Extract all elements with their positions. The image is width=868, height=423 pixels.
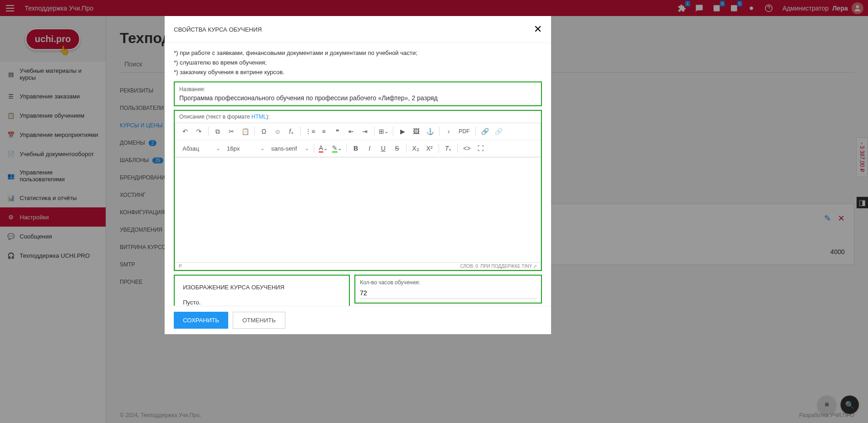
name-label: Название:: [179, 86, 536, 92]
text-color-icon[interactable]: A ⌄: [317, 142, 330, 155]
name-field-box: Название: Программа профессионального об…: [174, 81, 542, 106]
superscript-icon[interactable]: X²: [423, 142, 436, 155]
description-label: Описание (текст в формате HTML):: [175, 111, 541, 123]
bold-icon[interactable]: B: [349, 142, 362, 155]
label-suffix: ):: [266, 114, 269, 120]
two-col: ИЗОБРАЖЕНИЕ КУРСА ОБУЧЕНИЯ Пусто. 📎 ЗАГР…: [174, 275, 542, 306]
table-icon[interactable]: ⊞⌄: [377, 125, 390, 138]
strike-icon[interactable]: S: [391, 142, 403, 155]
video-icon[interactable]: ▶: [396, 125, 409, 138]
fontfamily-select[interactable]: sans-serif: [268, 143, 311, 154]
italic-icon[interactable]: I: [363, 142, 376, 155]
paste-icon[interactable]: 📋: [239, 125, 252, 138]
cut-icon[interactable]: ✂: [225, 125, 238, 138]
modal-title: СВОЙСТВА КУРСА ОБУЧЕНИЯ: [174, 26, 262, 33]
undo-icon[interactable]: ↶: [179, 125, 192, 138]
editor-status: P СЛОВ: 0 ПРИ ПОДДЕРЖКЕ TINY ⤢: [175, 263, 541, 270]
clear-format-icon[interactable]: Tₓ: [442, 142, 455, 155]
formula-icon[interactable]: fₓ: [285, 125, 298, 138]
copy-icon[interactable]: ⧉: [211, 125, 224, 138]
fontsize-select[interactable]: 16px: [223, 143, 267, 154]
name-input[interactable]: Программа профессионального обучения по …: [179, 94, 536, 102]
bullet-item: *) заказчику обучения в витрине курсов.: [174, 68, 542, 77]
course-properties-modal: СВОЙСТВА КУРСА ОБУЧЕНИЯ ✕ *) при работе …: [165, 16, 551, 334]
editor-content[interactable]: [175, 157, 541, 263]
image-title: ИЗОБРАЖЕНИЕ КУРСА ОБУЧЕНИЯ: [183, 284, 341, 291]
status-path: P: [179, 264, 182, 269]
bullet-item: *) при работе с заявками, финансовыми до…: [174, 49, 542, 58]
subscript-icon[interactable]: X₂: [409, 142, 422, 155]
bullet-list-icon[interactable]: ⋮≡: [304, 125, 316, 138]
html-link[interactable]: HTML: [252, 114, 267, 120]
close-icon[interactable]: ✕: [534, 23, 542, 35]
modal-body: *) при работе с заявками, финансовыми до…: [165, 43, 551, 306]
modal-footer: СОХРАНИТЬ ОТМЕНИТЬ: [165, 306, 551, 334]
description-editor-box: Описание (текст в формате HTML): ↶ ↷ ⧉ ✂…: [174, 110, 542, 271]
hours-input[interactable]: [360, 287, 536, 299]
underline-icon[interactable]: U: [377, 142, 390, 155]
image-icon[interactable]: 🖼: [410, 125, 423, 138]
emoji-icon[interactable]: ☺: [271, 125, 284, 138]
image-box: ИЗОБРАЖЕНИЕ КУРСА ОБУЧЕНИЯ Пусто. 📎 ЗАГР…: [174, 275, 350, 306]
hours-box: Кол-во часов обучения:: [354, 275, 542, 304]
code-icon[interactable]: <>: [461, 142, 473, 155]
modal-header: СВОЙСТВА КУРСА ОБУЧЕНИЯ ✕: [165, 16, 551, 43]
editor-toolbar: ↶ ↷ ⧉ ✂ 📋 Ω ☺ fₓ ⋮≡ ≡ ❝ ⇤ ⇥: [175, 123, 541, 157]
quote-icon[interactable]: ❝: [331, 125, 344, 138]
omega-icon[interactable]: Ω: [257, 125, 270, 138]
number-list-icon[interactable]: ≡: [317, 125, 330, 138]
unlink-icon[interactable]: 🔗: [492, 125, 505, 138]
hours-label: Кол-во часов обучения:: [360, 279, 536, 286]
pdf-button[interactable]: PDF: [456, 125, 472, 138]
label-prefix: Описание (текст в формате: [179, 114, 252, 120]
outdent-icon[interactable]: ⇤: [345, 125, 358, 138]
indent-icon[interactable]: ⇥: [359, 125, 371, 138]
bullet-list: *) при работе с заявками, финансовыми до…: [174, 49, 542, 77]
bullet-item: *) слушателю во время обучения;: [174, 58, 542, 68]
status-right: СЛОВ: 0 ПРИ ПОДДЕРЖКЕ TINY ⤢: [460, 264, 537, 269]
anchor-icon[interactable]: ⚓: [423, 125, 436, 138]
empty-text: Пусто.: [183, 299, 341, 306]
save-button[interactable]: СОХРАНИТЬ: [174, 312, 228, 329]
link-icon[interactable]: 🔗: [478, 125, 491, 138]
redo-icon[interactable]: ↷: [193, 125, 205, 138]
cancel-button[interactable]: ОТМЕНИТЬ: [233, 312, 285, 329]
fullscreen-icon[interactable]: ⛶: [474, 142, 487, 155]
paragraph-select[interactable]: Абзац: [179, 143, 222, 154]
highlight-icon[interactable]: ✎ ⌄: [331, 142, 343, 155]
chevron-right-icon[interactable]: ›: [442, 125, 455, 138]
